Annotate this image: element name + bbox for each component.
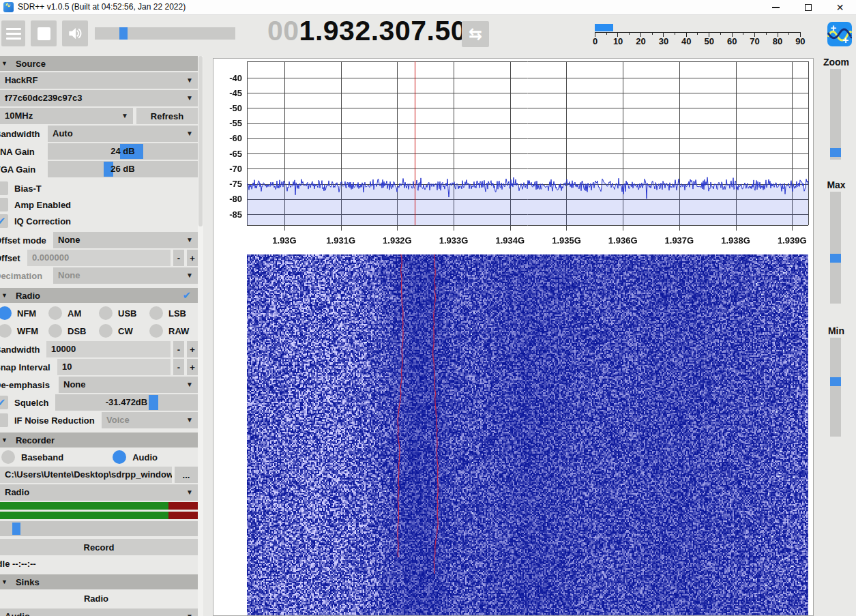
sidebar-scrollbar-grab[interactable]: [198, 56, 203, 226]
offset-plus-button[interactable]: +: [187, 250, 198, 266]
zoom-slider-label: Zoom: [816, 57, 856, 68]
bandwidth-minus-button[interactable]: -: [173, 341, 184, 357]
max-slider[interactable]: [830, 192, 841, 304]
tuning-mode-button[interactable]: ⇆: [462, 21, 489, 47]
offset-label: Offset: [0, 253, 27, 263]
snap-interval-input[interactable]: 10: [57, 359, 171, 375]
zoom-slider-handle[interactable]: [830, 148, 841, 157]
record-button[interactable]: Record: [0, 539, 198, 555]
spectrum-panel: [213, 58, 814, 616]
speaker-icon: [66, 25, 84, 42]
sdrpp-window: SDR++ v1.0.5 (Built at 04:52:56, Jan 22 …: [0, 0, 856, 616]
squelch-slider[interactable]: -31.472dB: [55, 394, 198, 411]
minimize-button[interactable]: [760, 0, 792, 15]
vga-gain-label: VGA Gain: [0, 164, 48, 175]
mode-nfm[interactable]: NFM: [0, 306, 45, 320]
lna-gain-label: LNA Gain: [0, 147, 48, 157]
source-bandwidth-combo[interactable]: Auto: [48, 126, 198, 142]
mode-cw[interactable]: CW: [95, 324, 146, 338]
radio-section-header[interactable]: Radio ✔: [0, 288, 198, 303]
source-serial-combo[interactable]: f77c60dc239c97c3: [0, 90, 198, 106]
radio-bandwidth-label: Bandwidth: [0, 344, 46, 355]
control-sidebar: Source HackRF f77c60dc239c97c3 10MHz Ref…: [0, 56, 198, 616]
hamburger-icon: [6, 28, 21, 30]
source-device-combo[interactable]: HackRF: [0, 72, 198, 89]
snap-minus-button[interactable]: -: [173, 359, 184, 375]
bandwidth-plus-button[interactable]: +: [187, 341, 198, 357]
min-slider[interactable]: [830, 338, 841, 437]
if-noise-reduction-checkbox[interactable]: [0, 413, 8, 427]
mode-raw[interactable]: RAW: [146, 324, 196, 338]
titlebar: SDR++ v1.0.5 (Built at 04:52:56, Jan 22 …: [0, 0, 856, 15]
swap-arrows-icon: ⇆: [469, 25, 482, 44]
mode-am[interactable]: AM: [45, 306, 95, 320]
min-slider-handle[interactable]: [830, 377, 841, 386]
maximize-button[interactable]: [792, 0, 824, 15]
decimation-label: Decimation: [0, 271, 53, 281]
close-icon: ✕: [836, 2, 844, 13]
mode-wfm[interactable]: WFM: [0, 324, 45, 338]
vga-gain-slider[interactable]: 26 dB: [48, 161, 198, 177]
amp-enabled-checkbox[interactable]: [0, 198, 8, 211]
snr-meter-fill: [595, 24, 613, 31]
deemphasis-combo[interactable]: None: [59, 377, 198, 393]
frequency-display[interactable]: 001.932.307.500: [267, 15, 482, 50]
sink-stream-name: Radio: [0, 592, 198, 606]
bias-t-label: Bias-T: [14, 184, 42, 194]
if-noise-reduction-combo[interactable]: Voice: [102, 412, 198, 428]
radio-bandwidth-input[interactable]: 10000: [46, 341, 171, 357]
max-slider-handle[interactable]: [830, 254, 841, 263]
offset-mode-combo[interactable]: None: [53, 232, 198, 248]
volume-slider-handle[interactable]: [119, 27, 128, 40]
if-noise-reduction-label: IF Noise Reduction: [14, 415, 102, 426]
mode-selector-row2: WFM DSB CW RAW: [0, 323, 198, 338]
sdrpp-logo: + +: [827, 22, 852, 46]
recorder-baseband-option[interactable]: Baseband: [1, 450, 63, 464]
stop-button[interactable]: [31, 20, 57, 46]
recorder-stream-combo[interactable]: Radio: [0, 484, 198, 501]
stop-icon: [38, 27, 50, 40]
recorder-volume-handle[interactable]: [12, 523, 20, 535]
sinks-section-header[interactable]: Sinks: [0, 574, 198, 589]
recorder-volume-slider[interactable]: [0, 521, 198, 536]
zoom-slider[interactable]: [830, 69, 841, 160]
squelch-checkbox[interactable]: [0, 396, 8, 409]
snap-interval-label: Snap Interval: [0, 362, 57, 372]
offset-minus-button[interactable]: -: [173, 250, 184, 266]
volume-slider[interactable]: [95, 27, 235, 40]
mode-selector-row1: NFM AM USB LSB: [0, 306, 198, 321]
decimation-combo[interactable]: None: [53, 267, 198, 284]
svg-text:+: +: [843, 34, 849, 46]
snr-meter: 010 2030 4050 6070 8090: [595, 23, 801, 46]
recorder-audio-option[interactable]: Audio: [113, 450, 158, 464]
refresh-button[interactable]: Refresh: [136, 108, 198, 124]
menu-button[interactable]: [1, 20, 25, 46]
snap-plus-button[interactable]: +: [187, 359, 198, 375]
min-slider-label: Min: [816, 325, 856, 336]
minimize-icon: [772, 7, 780, 8]
audio-level-meter: [0, 502, 198, 519]
spectrum-waterfall-canvas[interactable]: [213, 59, 813, 615]
recorder-path-input[interactable]: C:\Users\Utente\Desktop\sdrpp_windows_: [0, 467, 172, 483]
radio-enabled-check-icon[interactable]: ✔: [182, 289, 191, 302]
mode-usb[interactable]: USB: [95, 306, 146, 320]
offset-input[interactable]: 0.000000: [27, 250, 171, 266]
frequency-value: 1.932.307.500: [299, 15, 483, 46]
recorder-section-header[interactable]: Recorder: [0, 432, 198, 448]
sidebar-scrollbar[interactable]: [198, 56, 203, 616]
frequency-leading-zeros: 00: [267, 15, 299, 46]
mute-button[interactable]: [62, 20, 88, 46]
iq-correction-label: IQ Correction: [14, 216, 71, 226]
mode-dsb[interactable]: DSB: [45, 324, 95, 338]
source-section-header[interactable]: Source: [0, 56, 198, 71]
close-button[interactable]: ✕: [824, 0, 856, 15]
samplerate-combo[interactable]: 10MHz: [0, 108, 133, 124]
lna-gain-slider[interactable]: 24 dB: [48, 143, 198, 160]
mode-lsb[interactable]: LSB: [146, 306, 196, 320]
browse-button[interactable]: ...: [175, 467, 198, 483]
squelch-label: Squelch: [14, 398, 55, 408]
sink-type-combo[interactable]: Audio: [0, 608, 198, 616]
max-slider-label: Max: [816, 179, 856, 190]
iq-correction-checkbox[interactable]: [0, 214, 8, 228]
bias-t-checkbox[interactable]: [0, 181, 8, 195]
